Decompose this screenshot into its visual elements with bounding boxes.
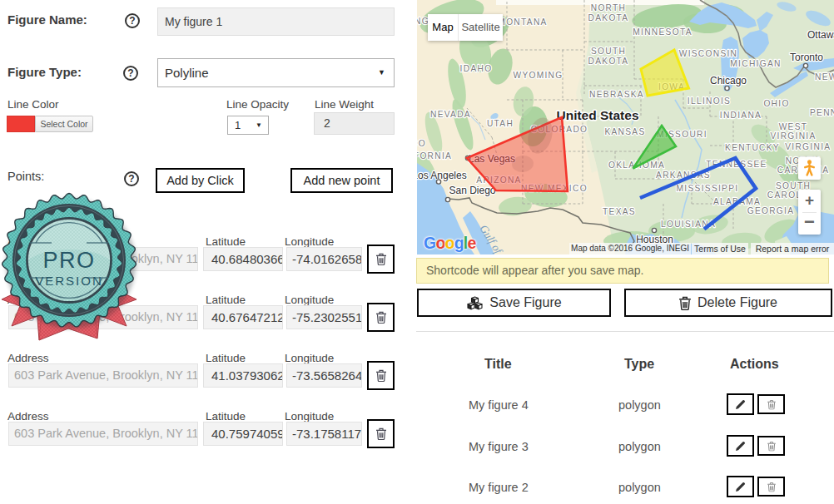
- svg-text:VIRGINIA: VIRGINIA: [770, 131, 816, 141]
- svg-text:WISCONSIN: WISCONSIN: [679, 49, 738, 58]
- svg-text:TEXAS: TEXAS: [603, 207, 636, 216]
- svg-text:Ottawa: Ottawa: [807, 29, 834, 41]
- svg-text:MISSISSIPPI: MISSISSIPPI: [677, 184, 739, 193]
- svg-text:WEST: WEST: [779, 122, 808, 131]
- svg-text:UTAH: UTAH: [487, 119, 514, 128]
- svg-text:ILLINOIS: ILLINOIS: [688, 96, 731, 106]
- svg-text:NEW Y: NEW Y: [815, 72, 834, 82]
- svg-text:FORNIA: FORNIA: [417, 151, 452, 161]
- svg-text:DAKOTA: DAKOTA: [588, 57, 629, 66]
- svg-text:INDIANA: INDIANA: [720, 111, 762, 120]
- svg-text:Toronto: Toronto: [790, 52, 823, 63]
- svg-text:IDAHO: IDAHO: [460, 64, 493, 73]
- svg-text:KENTUCKY: KENTUCKY: [725, 143, 780, 152]
- svg-text:SOUTH: SOUTH: [591, 47, 626, 56]
- svg-text:Los Angeles: Los Angeles: [417, 170, 467, 181]
- svg-text:WYOMING: WYOMING: [513, 71, 563, 80]
- svg-text:VIRGINIA: VIRGINIA: [785, 142, 831, 151]
- svg-text:MONTANA: MONTANA: [498, 17, 547, 27]
- svg-text:NORTH: NORTH: [591, 3, 627, 12]
- svg-text:United States: United States: [556, 108, 638, 122]
- svg-text:GEORGIA: GEORGIA: [747, 206, 795, 215]
- svg-text:PENNS: PENNS: [810, 108, 834, 117]
- svg-text:MINNESOTA: MINNESOTA: [633, 27, 693, 37]
- svg-text:OHIO: OHIO: [763, 99, 789, 108]
- svg-text:Chicago: Chicago: [710, 75, 747, 86]
- svg-text:DAKOTA: DAKOTA: [588, 13, 629, 22]
- svg-text:NEVADA: NEVADA: [430, 110, 471, 119]
- svg-text:KANSAS: KANSAS: [604, 127, 645, 136]
- svg-text:MICHIGAN: MICHIGAN: [730, 59, 781, 68]
- svg-text:San Diego: San Diego: [449, 185, 495, 196]
- svg-text:VERSION: VERSION: [35, 274, 103, 288]
- svg-text:CO: CO: [417, 139, 426, 148]
- svg-text:PRO: PRO: [42, 248, 95, 273]
- svg-text:NEBRASKA: NEBRASKA: [589, 90, 644, 99]
- svg-text:SOUTH: SOUTH: [776, 181, 811, 190]
